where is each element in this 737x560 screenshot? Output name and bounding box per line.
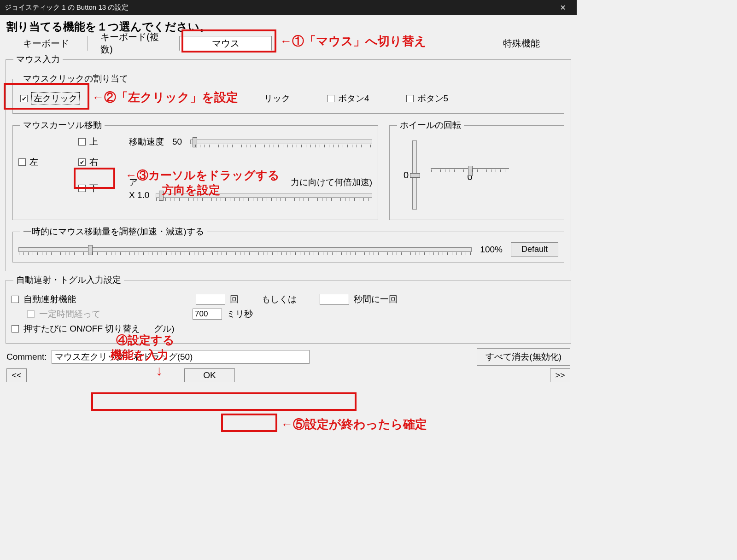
temp-adjust-slider[interactable] <box>18 247 472 252</box>
button4-label: ボタン4 <box>338 93 369 105</box>
left-click-label: 左クリック <box>31 92 80 105</box>
wheel-h-slider[interactable] <box>431 168 509 169</box>
auto-fire-group: 自動連射・トグル入力設定 自動連射機能 回 もしくは 秒間に一回 一定時間経って… <box>6 274 571 344</box>
tab-mouse[interactable]: マウス <box>180 36 272 51</box>
cursor-down-label: 下 <box>89 182 98 194</box>
cursor-up-checkbox[interactable] <box>78 138 86 146</box>
autofire-persec-input[interactable] <box>320 294 349 305</box>
button5-label: ボタン5 <box>417 93 449 105</box>
autofire-persec-unit: 秒間に一回 <box>354 293 398 305</box>
ok-button[interactable]: OK <box>184 368 235 382</box>
speed-label: 移動速度 <box>129 136 164 148</box>
prev-button[interactable]: << <box>6 368 27 382</box>
cursor-right-checkbox[interactable] <box>78 158 86 166</box>
after-time-ms-unit: ミリ秒 <box>227 308 253 320</box>
anno-text-5: ←⑤設定が終わったら確定 <box>281 416 427 432</box>
page-heading: 割り当てる機能を１つ選んでください。 <box>6 19 572 34</box>
click-assign-legend: マウスクリックの割り当て <box>20 73 131 85</box>
button5-checkbox[interactable] <box>406 95 414 102</box>
left-click-checkbox[interactable] <box>20 95 28 102</box>
tab-keyboard[interactable]: キーボード <box>5 36 88 51</box>
cursor-right-label: 右 <box>89 156 98 168</box>
autofire-count-input[interactable] <box>196 294 225 305</box>
temp-adjust-group: 一時的にマウス移動量を調整(加速・減速)する 100% Default <box>12 226 564 262</box>
anno-box-4 <box>91 392 357 411</box>
mouse-input-legend: マウス入力 <box>13 53 63 65</box>
analog-suffix: 力に向けて何倍加速) <box>291 176 372 188</box>
auto-fire-legend: 自動連射・トグル入力設定 <box>13 274 124 286</box>
window-title: ジョイスティック 1 の Button 13 の設定 <box>5 3 554 12</box>
button4-checkbox[interactable] <box>327 95 334 102</box>
wheel-v-value: 0 <box>404 170 409 181</box>
right-click-label-partial: リック <box>264 93 290 105</box>
toggle-label: 押すたびに ON/OFF 切り替え <box>23 323 140 335</box>
wheel-v-slider[interactable] <box>412 140 417 210</box>
tab-special[interactable]: 特殊機能 <box>272 36 572 51</box>
autofire-or: もしくは <box>262 293 297 305</box>
default-button[interactable]: Default <box>511 242 558 257</box>
cursor-down-checkbox[interactable] <box>78 185 86 192</box>
cursor-move-legend: マウスカーソル移動 <box>20 119 105 131</box>
wheel-group: ホイールの回転 0 0 <box>389 119 564 220</box>
speed-value: 50 <box>172 137 182 147</box>
after-time-checkbox[interactable] <box>27 310 35 318</box>
temp-adjust-legend: 一時的にマウス移動量を調整(加速・減速)する <box>20 226 207 238</box>
comment-input[interactable] <box>52 350 310 364</box>
after-time-label: 一定時間経って <box>39 308 100 320</box>
tab-keyboard-multi[interactable]: キーボード(複数) <box>88 36 180 51</box>
cursor-move-group: マウスカーソル移動 上 移動速度 50 左 <box>12 119 378 220</box>
analog-slider[interactable] <box>156 193 372 198</box>
speed-slider[interactable] <box>190 140 372 144</box>
tab-bar: キーボード キーボード(複数) マウス 特殊機能 <box>5 36 572 51</box>
wheel-legend: ホイールの回転 <box>397 119 464 131</box>
click-assign-group: マウスクリックの割り当て 左クリック リック ボタン4 ボタン5 <box>12 73 564 114</box>
titlebar: ジョイスティック 1 の Button 13 の設定 × <box>0 0 577 15</box>
next-button[interactable]: >> <box>550 368 570 382</box>
autofire-checkbox[interactable] <box>12 296 19 303</box>
clear-all-button[interactable]: すべて消去(無効化) <box>477 348 570 366</box>
autofire-count-unit: 回 <box>230 293 239 305</box>
cursor-left-label: 左 <box>29 156 38 168</box>
comment-label: Comment: <box>6 352 47 362</box>
close-icon[interactable]: × <box>554 2 572 13</box>
mouse-input-group: マウス入力 マウスクリックの割り当て 左クリック リック ボタン4 ボタン5 <box>6 53 571 271</box>
x-mult-label: X 1.0 <box>129 190 149 200</box>
temp-adjust-percent: 100% <box>480 245 503 255</box>
anno-box-5 <box>221 414 277 432</box>
toggle-checkbox[interactable] <box>12 325 19 332</box>
cursor-up-label: 上 <box>89 136 98 148</box>
toggle-suffix: グル) <box>154 323 174 335</box>
autofire-label: 自動連射機能 <box>23 293 76 305</box>
cursor-left-checkbox[interactable] <box>18 158 26 166</box>
analog-prefix: ア <box>129 176 138 188</box>
after-time-ms-input[interactable] <box>193 309 222 320</box>
